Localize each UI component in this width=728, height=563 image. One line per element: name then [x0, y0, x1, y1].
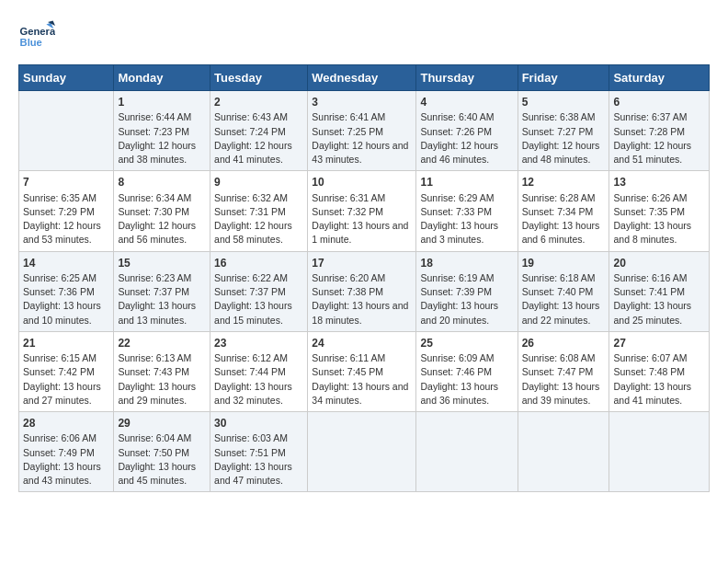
cell-content: Sunrise: 6:16 AMSunset: 7:41 PMDaylight:…	[613, 271, 705, 327]
day-header-tuesday: Tuesday	[210, 65, 308, 91]
calendar-cell: 26 Sunrise: 6:08 AMSunset: 7:47 PMDaylig…	[518, 331, 609, 411]
cell-content: Sunrise: 6:23 AMSunset: 7:37 PMDaylight:…	[118, 271, 206, 327]
cell-content: Sunrise: 6:25 AMSunset: 7:36 PMDaylight:…	[23, 271, 109, 327]
calendar-cell: 21 Sunrise: 6:15 AMSunset: 7:42 PMDaylig…	[19, 331, 114, 411]
calendar-cell: 8 Sunrise: 6:34 AMSunset: 7:30 PMDayligh…	[114, 171, 210, 251]
day-number: 25	[420, 336, 513, 351]
calendar-cell: 29 Sunrise: 6:04 AMSunset: 7:50 PMDaylig…	[114, 412, 210, 492]
day-number: 9	[214, 175, 303, 190]
cell-content: Sunrise: 6:15 AMSunset: 7:42 PMDaylight:…	[23, 351, 109, 408]
day-number: 15	[118, 256, 206, 271]
cell-content: Sunrise: 6:22 AMSunset: 7:37 PMDaylight:…	[214, 271, 303, 327]
day-number: 24	[312, 336, 412, 351]
cell-content: Sunrise: 6:12 AMSunset: 7:44 PMDaylight:…	[214, 351, 303, 408]
day-number: 3	[312, 95, 412, 110]
cell-content: Sunrise: 6:08 AMSunset: 7:47 PMDaylight:…	[522, 351, 606, 408]
cell-content: Sunrise: 6:09 AMSunset: 7:46 PMDaylight:…	[420, 351, 513, 408]
day-number: 21	[23, 336, 109, 351]
cell-content: Sunrise: 6:20 AMSunset: 7:38 PMDaylight:…	[312, 271, 412, 327]
calendar-cell: 30 Sunrise: 6:03 AMSunset: 7:51 PMDaylig…	[210, 412, 308, 492]
day-number: 8	[118, 175, 206, 190]
svg-text:General: General	[20, 26, 55, 37]
day-number: 2	[214, 95, 303, 110]
day-number: 10	[312, 175, 412, 190]
cell-content: Sunrise: 6:28 AMSunset: 7:34 PMDaylight:…	[522, 191, 606, 247]
cell-content: Sunrise: 6:07 AMSunset: 7:48 PMDaylight:…	[613, 351, 705, 408]
calendar-cell: 5 Sunrise: 6:38 AMSunset: 7:27 PMDayligh…	[518, 91, 609, 171]
calendar-cell: 14 Sunrise: 6:25 AMSunset: 7:36 PMDaylig…	[19, 251, 114, 331]
day-number: 13	[613, 175, 705, 190]
calendar-cell: 27 Sunrise: 6:07 AMSunset: 7:48 PMDaylig…	[609, 331, 710, 411]
day-number: 30	[214, 416, 303, 431]
cell-content: Sunrise: 6:18 AMSunset: 7:40 PMDaylight:…	[522, 271, 606, 327]
calendar-week-row: 14 Sunrise: 6:25 AMSunset: 7:36 PMDaylig…	[19, 251, 710, 331]
day-number: 17	[312, 256, 412, 271]
day-header-sunday: Sunday	[19, 65, 114, 91]
day-header-thursday: Thursday	[416, 65, 518, 91]
cell-content: Sunrise: 6:19 AMSunset: 7:39 PMDaylight:…	[420, 271, 513, 327]
day-number: 27	[613, 336, 705, 351]
day-number: 29	[118, 416, 206, 431]
page-header: General Blue	[18, 18, 710, 55]
cell-content: Sunrise: 6:11 AMSunset: 7:45 PMDaylight:…	[312, 351, 412, 408]
calendar-cell: 23 Sunrise: 6:12 AMSunset: 7:44 PMDaylig…	[210, 331, 308, 411]
calendar-cell: 18 Sunrise: 6:19 AMSunset: 7:39 PMDaylig…	[416, 251, 518, 331]
calendar-cell: 11 Sunrise: 6:29 AMSunset: 7:33 PMDaylig…	[416, 171, 518, 251]
cell-content: Sunrise: 6:43 AMSunset: 7:24 PMDaylight:…	[214, 110, 303, 167]
calendar-cell: 15 Sunrise: 6:23 AMSunset: 7:37 PMDaylig…	[114, 251, 210, 331]
day-number: 16	[214, 256, 303, 271]
calendar-week-row: 21 Sunrise: 6:15 AMSunset: 7:42 PMDaylig…	[19, 331, 710, 411]
calendar-cell	[518, 412, 609, 492]
calendar-cell: 22 Sunrise: 6:13 AMSunset: 7:43 PMDaylig…	[114, 331, 210, 411]
svg-text:Blue: Blue	[20, 37, 42, 48]
day-header-friday: Friday	[518, 65, 609, 91]
cell-content: Sunrise: 6:04 AMSunset: 7:50 PMDaylight:…	[118, 431, 206, 488]
calendar-week-row: 1 Sunrise: 6:44 AMSunset: 7:23 PMDayligh…	[19, 91, 710, 171]
calendar-table: SundayMondayTuesdayWednesdayThursdayFrid…	[18, 64, 710, 492]
calendar-cell: 19 Sunrise: 6:18 AMSunset: 7:40 PMDaylig…	[518, 251, 609, 331]
calendar-cell	[609, 412, 710, 492]
calendar-cell: 9 Sunrise: 6:32 AMSunset: 7:31 PMDayligh…	[210, 171, 308, 251]
cell-content: Sunrise: 6:38 AMSunset: 7:27 PMDaylight:…	[522, 110, 606, 167]
calendar-cell: 16 Sunrise: 6:22 AMSunset: 7:37 PMDaylig…	[210, 251, 308, 331]
day-number: 11	[420, 175, 513, 190]
calendar-cell: 4 Sunrise: 6:40 AMSunset: 7:26 PMDayligh…	[416, 91, 518, 171]
day-number: 5	[522, 95, 606, 110]
calendar-cell: 28 Sunrise: 6:06 AMSunset: 7:49 PMDaylig…	[19, 412, 114, 492]
calendar-cell: 12 Sunrise: 6:28 AMSunset: 7:34 PMDaylig…	[518, 171, 609, 251]
logo-icon: General Blue	[18, 18, 55, 55]
cell-content: Sunrise: 6:03 AMSunset: 7:51 PMDaylight:…	[214, 431, 303, 488]
calendar-cell	[19, 91, 114, 171]
day-number: 4	[420, 95, 513, 110]
cell-content: Sunrise: 6:41 AMSunset: 7:25 PMDaylight:…	[312, 110, 412, 167]
calendar-week-row: 7 Sunrise: 6:35 AMSunset: 7:29 PMDayligh…	[19, 171, 710, 251]
calendar-week-row: 28 Sunrise: 6:06 AMSunset: 7:49 PMDaylig…	[19, 412, 710, 492]
cell-content: Sunrise: 6:34 AMSunset: 7:30 PMDaylight:…	[118, 191, 206, 247]
day-number: 20	[613, 256, 705, 271]
calendar-cell: 17 Sunrise: 6:20 AMSunset: 7:38 PMDaylig…	[308, 251, 416, 331]
calendar-cell: 25 Sunrise: 6:09 AMSunset: 7:46 PMDaylig…	[416, 331, 518, 411]
day-number: 6	[613, 95, 705, 110]
cell-content: Sunrise: 6:40 AMSunset: 7:26 PMDaylight:…	[420, 110, 513, 167]
calendar-cell: 1 Sunrise: 6:44 AMSunset: 7:23 PMDayligh…	[114, 91, 210, 171]
calendar-cell: 6 Sunrise: 6:37 AMSunset: 7:28 PMDayligh…	[609, 91, 710, 171]
calendar-cell	[308, 412, 416, 492]
day-number: 14	[23, 256, 109, 271]
day-number: 7	[23, 175, 109, 190]
calendar-cell: 24 Sunrise: 6:11 AMSunset: 7:45 PMDaylig…	[308, 331, 416, 411]
calendar-cell: 20 Sunrise: 6:16 AMSunset: 7:41 PMDaylig…	[609, 251, 710, 331]
calendar-cell: 3 Sunrise: 6:41 AMSunset: 7:25 PMDayligh…	[308, 91, 416, 171]
cell-content: Sunrise: 6:29 AMSunset: 7:33 PMDaylight:…	[420, 191, 513, 247]
calendar-header-row: SundayMondayTuesdayWednesdayThursdayFrid…	[19, 65, 710, 91]
day-number: 22	[118, 336, 206, 351]
cell-content: Sunrise: 6:26 AMSunset: 7:35 PMDaylight:…	[613, 191, 705, 247]
calendar-cell: 13 Sunrise: 6:26 AMSunset: 7:35 PMDaylig…	[609, 171, 710, 251]
day-number: 18	[420, 256, 513, 271]
logo: General Blue	[18, 18, 55, 55]
calendar-cell: 7 Sunrise: 6:35 AMSunset: 7:29 PMDayligh…	[19, 171, 114, 251]
calendar-cell: 2 Sunrise: 6:43 AMSunset: 7:24 PMDayligh…	[210, 91, 308, 171]
day-number: 12	[522, 175, 606, 190]
calendar-cell: 10 Sunrise: 6:31 AMSunset: 7:32 PMDaylig…	[308, 171, 416, 251]
day-number: 1	[118, 95, 206, 110]
day-number: 23	[214, 336, 303, 351]
